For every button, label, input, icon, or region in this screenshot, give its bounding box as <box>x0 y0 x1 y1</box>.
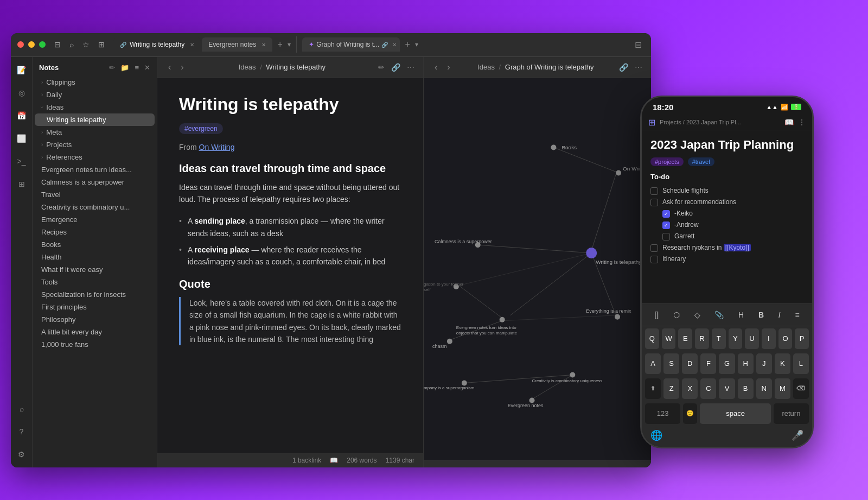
key-e[interactable]: E <box>678 328 692 349</box>
tab-close-btn[interactable]: ✕ <box>190 42 194 48</box>
key-x[interactable]: X <box>682 378 698 399</box>
sidebar-item-meta[interactable]: › Meta <box>35 126 155 138</box>
key-t[interactable]: T <box>712 328 726 349</box>
graph-forward-button[interactable]: › <box>445 61 452 73</box>
checkbox[interactable] <box>650 187 658 195</box>
key-n[interactable]: N <box>756 378 772 399</box>
graph-icon[interactable]: ◎ <box>14 85 29 100</box>
bold-tool[interactable]: B <box>755 308 767 321</box>
tag-projects[interactable]: #projects <box>650 157 684 166</box>
key-backspace[interactable]: ⌫ <box>793 378 809 399</box>
layout-icon[interactable]: ⊞ <box>98 40 105 49</box>
table-icon[interactable]: ⊞ <box>14 176 29 192</box>
key-z[interactable]: Z <box>663 378 679 399</box>
sidebar-item-references[interactable]: › References <box>35 151 155 163</box>
more-icon[interactable]: ⋯ <box>407 63 414 72</box>
from-link[interactable]: On Writing <box>199 143 235 151</box>
fullscreen-button[interactable] <box>39 41 46 48</box>
key-123[interactable]: 123 <box>645 403 680 424</box>
key-i[interactable]: I <box>762 328 776 349</box>
sidebar-item-first-principles[interactable]: First principles <box>35 301 155 313</box>
key-g[interactable]: G <box>719 353 735 374</box>
sidebar-item-recipes[interactable]: Recipes <box>35 226 155 238</box>
sidebar-item-books[interactable]: Books <box>35 238 155 251</box>
globe-icon[interactable]: 🌐 <box>650 429 662 441</box>
calendar-icon[interactable]: 📅 <box>14 108 29 123</box>
new-tab-button-2[interactable]: + <box>401 38 414 51</box>
bracket-tool[interactable]: [] <box>651 308 662 321</box>
key-space[interactable]: space <box>700 403 770 424</box>
italic-tool[interactable]: I <box>775 308 784 321</box>
hex-tool[interactable]: ⬡ <box>670 308 683 321</box>
search-icon[interactable]: ⌕ <box>69 40 74 49</box>
edit-icon[interactable]: ✏ <box>378 63 385 72</box>
key-k[interactable]: K <box>775 353 790 374</box>
key-l[interactable]: L <box>793 353 809 374</box>
link-icon[interactable]: 🔗 <box>391 63 400 72</box>
heading-tool[interactable]: H <box>735 308 747 321</box>
wiki-link[interactable]: [[Kyoto]] <box>724 244 751 251</box>
key-c[interactable]: C <box>700 378 716 399</box>
help-icon[interactable]: ? <box>14 424 29 439</box>
more-icon[interactable]: ⋯ <box>635 63 642 72</box>
back-button[interactable]: ‹ <box>166 61 173 73</box>
key-d[interactable]: D <box>682 353 698 374</box>
sidebar-item-philosophy[interactable]: Philosophy <box>35 313 155 326</box>
sidebar-item-1000-fans[interactable]: 1,000 true fans <box>35 338 155 351</box>
key-o[interactable]: O <box>778 328 793 349</box>
key-q[interactable]: Q <box>645 328 659 349</box>
sidebar-item-clippings[interactable]: › Clippings <box>35 76 155 88</box>
forward-button[interactable]: › <box>178 61 186 73</box>
sidebar-item-calmness[interactable]: Calmness is a superpower <box>35 176 155 188</box>
checkbox[interactable] <box>650 199 658 206</box>
microphone-icon[interactable]: 🎤 <box>792 429 803 441</box>
key-b[interactable]: B <box>738 378 754 399</box>
search-icon[interactable]: ⌕ <box>14 401 29 416</box>
sidebar-item-daily[interactable]: › Daily <box>35 88 155 101</box>
sidebar-item-writing-telepathy[interactable]: Writing is telepathy <box>35 113 155 126</box>
sort-icon[interactable]: ≡ <box>135 64 139 72</box>
sidebar-item-health[interactable]: Health <box>35 251 155 263</box>
key-r[interactable]: R <box>695 328 709 349</box>
pages-icon[interactable]: ⬜ <box>14 131 29 146</box>
key-f[interactable]: F <box>700 353 716 374</box>
sidebar-item-emergence[interactable]: Emergence <box>35 213 155 226</box>
edit-icon[interactable]: ✏ <box>109 64 115 72</box>
tag-badge[interactable]: #evergreen <box>179 123 223 134</box>
key-w[interactable]: W <box>662 328 676 349</box>
tab-graph[interactable]: ✦ Graph of Writing is t... 🔗 ✕ <box>302 37 400 52</box>
tabs-chevron-icon[interactable]: ▾ <box>288 41 291 48</box>
sidebar-item-creativity[interactable]: Creativity is combinatory u... <box>35 201 155 213</box>
key-u[interactable]: U <box>745 328 759 349</box>
star-icon[interactable]: ☆ <box>82 40 90 49</box>
tab-close-btn[interactable]: ✕ <box>261 42 266 48</box>
tab-close-btn[interactable]: ✕ <box>392 42 397 48</box>
attach-tool[interactable]: 📎 <box>711 308 727 321</box>
strikethrough-tool[interactable]: ≡ <box>792 308 802 321</box>
key-y[interactable]: Y <box>729 328 743 349</box>
tab-writing-telepathy[interactable]: 🔗 Writing is telepathy ✕ <box>113 37 201 52</box>
key-s[interactable]: S <box>663 353 679 374</box>
sidebar-item-tools[interactable]: Tools <box>35 276 155 288</box>
settings-icon[interactable]: ⚙ <box>14 447 29 462</box>
key-a[interactable]: A <box>645 353 661 374</box>
sidebar-item-travel[interactable]: Travel <box>35 188 155 201</box>
link-icon[interactable]: 🔗 <box>619 63 628 72</box>
key-v[interactable]: V <box>719 378 735 399</box>
close-button[interactable] <box>17 41 24 48</box>
new-tab-button[interactable]: + <box>273 38 286 51</box>
checkbox-checked[interactable] <box>662 210 670 218</box>
checkbox-checked[interactable] <box>662 221 670 229</box>
minimize-button[interactable] <box>28 41 35 48</box>
more-vert-icon[interactable]: ⋮ <box>798 118 806 126</box>
sidebar-toggle-icon[interactable]: ⊟ <box>54 40 61 49</box>
key-p[interactable]: P <box>795 328 809 349</box>
key-j[interactable]: J <box>756 353 772 374</box>
sidebar-item-evergreen-ideas[interactable]: Evergreen notes turn ideas... <box>35 163 155 176</box>
checkbox[interactable] <box>662 233 670 240</box>
notes-icon[interactable]: 📝 <box>14 62 29 78</box>
book-icon[interactable]: 📖 <box>784 118 794 126</box>
sidebar-icon-right[interactable]: ⊟ <box>631 38 644 51</box>
sidebar-item-projects[interactable]: › Projects <box>35 138 155 151</box>
key-h[interactable]: H <box>738 353 754 374</box>
